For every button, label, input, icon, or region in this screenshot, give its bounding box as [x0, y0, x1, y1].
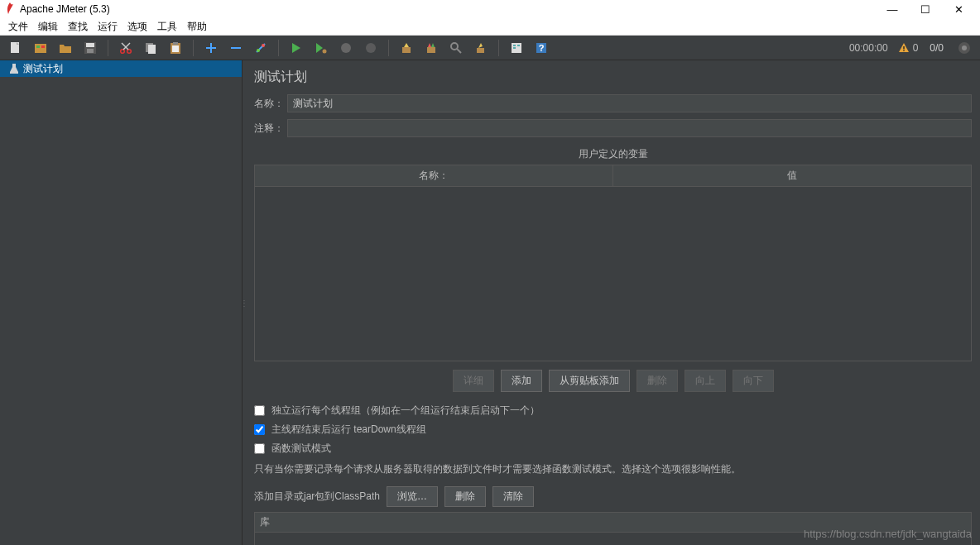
vars-title: 用户定义的变量 [254, 147, 972, 161]
splitter-handle[interactable]: ⋮ [240, 299, 247, 308]
expand-icon[interactable] [202, 39, 220, 57]
paste-button[interactable]: 从剪贴板添加 [549, 370, 630, 392]
templates-icon[interactable] [31, 39, 50, 57]
shutdown-icon[interactable] [362, 39, 380, 57]
up-button[interactable]: 向上 [685, 370, 726, 392]
threads-indicator-icon [955, 39, 973, 57]
svg-rect-31 [513, 47, 516, 49]
svg-rect-14 [173, 42, 178, 45]
save-icon[interactable] [81, 39, 99, 57]
collapse-icon[interactable] [227, 39, 245, 57]
svg-rect-29 [512, 43, 521, 53]
warning-indicator[interactable]: 0 [898, 42, 919, 54]
delete-button[interactable]: 删除 [637, 370, 678, 392]
svg-point-38 [962, 45, 967, 50]
main-panel: 测试计划 名称： 注释： 用户定义的变量 名称： 值 详细 添加 从剪贴板添加 … [243, 60, 980, 545]
svg-line-27 [457, 49, 461, 53]
svg-point-26 [451, 43, 458, 50]
classpath-browse-button[interactable]: 浏览… [387, 486, 438, 507]
menu-file[interactable]: 文件 [3, 18, 33, 36]
stop-icon[interactable] [337, 39, 355, 57]
start-icon[interactable] [287, 39, 305, 57]
svg-rect-3 [41, 45, 45, 48]
svg-point-22 [341, 43, 351, 53]
flask-icon [10, 64, 18, 74]
elapsed-timer: 00:00:00 [849, 42, 888, 54]
menu-search[interactable]: 查找 [63, 18, 93, 36]
reset-search-icon[interactable] [472, 39, 490, 57]
comment-label: 注释： [254, 122, 287, 136]
open-icon[interactable] [56, 39, 74, 57]
svg-rect-36 [903, 50, 904, 50]
classpath-clear-button[interactable]: 清除 [492, 486, 534, 507]
classpath-label: 添加目录或jar包到ClassPath [254, 490, 380, 504]
classpath-delete-button[interactable]: 删除 [444, 486, 486, 507]
svg-rect-12 [148, 45, 156, 54]
threads-ratio: 0/0 [930, 42, 944, 54]
svg-rect-32 [517, 45, 520, 46]
help-icon[interactable]: ? [532, 39, 550, 57]
add-button[interactable]: 添加 [501, 370, 542, 392]
vars-col-name: 名称： [255, 165, 613, 186]
menubar: 文件 编辑 查找 运行 选项 工具 帮助 [0, 18, 980, 36]
clear-all-icon[interactable] [422, 39, 440, 57]
tree-root-test-plan[interactable]: 测试计划 [0, 60, 242, 77]
toggle-icon[interactable] [252, 39, 270, 57]
toolbar: ? 00:00:00 0 0/0 [0, 36, 980, 60]
warning-count: 0 [913, 42, 919, 54]
functional-checkbox[interactable] [254, 443, 265, 454]
search-icon[interactable] [447, 39, 465, 57]
svg-point-19 [257, 49, 260, 52]
menu-edit[interactable]: 编辑 [33, 18, 63, 36]
svg-point-21 [323, 49, 327, 53]
name-label: 名称： [254, 97, 287, 111]
menu-options[interactable]: 选项 [122, 18, 152, 36]
teardown-label: 主线程结束后运行 tearDown线程组 [271, 423, 426, 437]
comment-input[interactable] [287, 119, 972, 137]
new-icon[interactable] [7, 39, 25, 57]
function-helper-icon[interactable] [507, 39, 526, 57]
close-button[interactable]: ✕ [942, 0, 975, 18]
menu-tools[interactable]: 工具 [152, 18, 182, 36]
content-area: 测试计划 ⋮ 测试计划 名称： 注释： 用户定义的变量 名称： 值 详细 添加 … [0, 60, 980, 545]
vars-table[interactable]: 名称： 值 [254, 165, 972, 361]
paste-icon[interactable] [166, 39, 185, 57]
teardown-checkbox[interactable] [254, 424, 265, 435]
titlebar: Apache JMeter (5.3) — ☐ ✕ [0, 0, 980, 18]
svg-point-20 [262, 44, 265, 47]
warning-icon [898, 42, 910, 54]
down-button[interactable]: 向下 [733, 370, 774, 392]
svg-text:?: ? [539, 43, 545, 53]
svg-rect-24 [402, 47, 411, 53]
vars-body[interactable] [255, 187, 971, 361]
svg-rect-5 [86, 43, 94, 47]
vars-col-value: 值 [613, 165, 971, 186]
tree-panel[interactable]: 测试计划 [0, 60, 243, 545]
menu-run[interactable]: 运行 [93, 18, 122, 36]
window-title: Apache JMeter (5.3) [20, 3, 876, 15]
panel-heading: 测试计划 [254, 69, 972, 86]
menu-help[interactable]: 帮助 [182, 18, 212, 36]
detail-button[interactable]: 详细 [453, 370, 494, 392]
name-input[interactable] [287, 94, 972, 112]
serial-checkbox[interactable] [254, 405, 265, 416]
svg-point-23 [366, 43, 376, 53]
start-no-pause-icon[interactable] [312, 39, 330, 57]
watermark: https://blog.csdn.net/jdk_wangtaida [804, 528, 972, 540]
app-icon [5, 2, 15, 16]
cut-icon[interactable] [117, 39, 135, 57]
svg-rect-28 [477, 48, 484, 53]
minimize-button[interactable]: — [876, 0, 909, 18]
svg-rect-1 [35, 44, 46, 53]
serial-label: 独立运行每个线程组（例如在一个组运行结束后启动下一个） [271, 404, 540, 418]
svg-rect-6 [87, 49, 94, 53]
functional-label: 函数测试模式 [271, 442, 331, 456]
functional-note: 只有当你需要记录每个请求从服务器取得的数据到文件时才需要选择函数测试模式。选择这… [254, 462, 972, 476]
svg-rect-15 [172, 45, 179, 52]
maximize-button[interactable]: ☐ [909, 0, 942, 18]
svg-rect-2 [36, 45, 40, 48]
copy-icon[interactable] [142, 39, 160, 57]
svg-rect-35 [903, 46, 904, 50]
tree-root-label: 测试计划 [23, 62, 63, 76]
clear-icon[interactable] [397, 39, 416, 57]
